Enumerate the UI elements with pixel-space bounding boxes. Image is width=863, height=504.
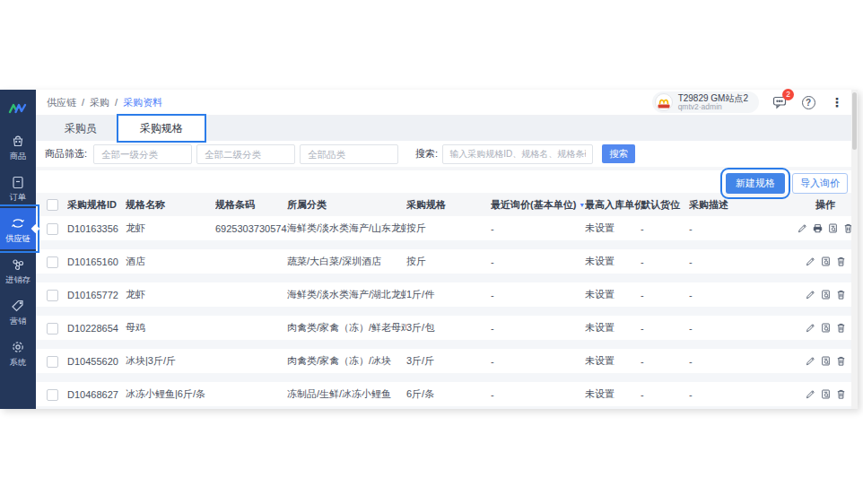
delete-icon[interactable]	[835, 289, 847, 300]
col-recent-quote-label: 最近询价(基本单位)	[491, 198, 576, 212]
cell-recent-quote: -	[491, 290, 585, 300]
help-button[interactable]: ?	[800, 94, 816, 110]
edit-icon[interactable]	[797, 222, 808, 234]
avatar	[655, 93, 673, 111]
edit-icon[interactable]	[805, 256, 816, 267]
inventory-icon	[10, 256, 26, 273]
more-button[interactable]: ⋮	[829, 94, 845, 110]
col-spec-name: 规格名称	[126, 198, 215, 212]
delete-icon[interactable]	[835, 388, 847, 400]
kebab-icon: ⋮	[831, 95, 843, 109]
app-window: 商品 订单 供应链 进销存	[0, 90, 858, 409]
col-max-price: 最高入库单价	[585, 198, 641, 212]
user-menu[interactable]: T29829 GM站点2 qmtv2·admin	[652, 91, 759, 113]
tab-purchase-spec[interactable]: 采购规格	[118, 116, 205, 141]
breadcrumb-item[interactable]: 供应链	[47, 96, 76, 109]
cell-spec: 按斤	[406, 255, 491, 268]
row-checkbox[interactable]	[47, 223, 58, 235]
print-icon[interactable]	[812, 222, 824, 234]
tab-purchaser[interactable]: 采购员	[43, 116, 118, 141]
cell-purchase-desc: -	[689, 256, 798, 267]
row-checkbox[interactable]	[47, 356, 58, 368]
supply-chain-icon	[10, 215, 26, 231]
cell-recent-quote: -	[491, 323, 585, 334]
col-recent-quote[interactable]: 最近询价(基本单位) ▼	[491, 198, 585, 212]
cell-category: 冻制品/生鲜/冰冻小鲤鱼	[287, 387, 406, 401]
inquiry-icon[interactable]	[827, 222, 839, 234]
cell-recent-quote: -	[491, 256, 585, 267]
cell-spec-name: 龙虾	[126, 288, 215, 301]
cell-default-slot: -	[641, 223, 689, 234]
sort-desc-icon[interactable]: ▼	[579, 202, 585, 208]
table-body: D10163356 龙虾 6925303730574 海鲜类/淡水类海产/山东龙…	[36, 216, 858, 409]
edit-icon[interactable]	[805, 355, 816, 367]
category2-select[interactable]: 全部二级分类	[196, 144, 295, 164]
edit-icon[interactable]	[805, 322, 816, 334]
breadcrumb-separator: /	[115, 97, 118, 108]
cell-spec: 6斤/条	[406, 387, 491, 401]
filter-bar: 商品筛选: 全部一级分类 全部二级分类 全部品类 搜索: 搜索	[36, 141, 858, 167]
sidebar-item-inventory[interactable]: 进销存	[0, 249, 36, 291]
cell-max-price: 未设置	[585, 288, 641, 301]
messages-button[interactable]: 2	[771, 94, 788, 110]
breadcrumb-item[interactable]: 采购	[90, 96, 109, 109]
app-logo[interactable]	[0, 90, 36, 126]
inquiry-icon[interactable]	[820, 256, 832, 267]
category1-select[interactable]: 全部一级分类	[93, 144, 192, 164]
inquiry-icon[interactable]	[820, 322, 832, 334]
cell-category: 海鲜类/淡水类海产/山东龙虾	[287, 222, 406, 235]
sidebar: 商品 订单 供应链 进销存	[0, 90, 36, 409]
main-area: 供应链 / 采购 / 采购资料	[36, 90, 858, 409]
search-input[interactable]	[442, 144, 593, 164]
inquiry-icon[interactable]	[820, 355, 832, 367]
sidebar-item-marketing[interactable]: 营销	[0, 291, 36, 332]
top-right-cluster: T29829 GM站点2 qmtv2·admin 2 ?	[652, 91, 845, 113]
delete-icon[interactable]	[835, 256, 847, 267]
cell-actions	[798, 322, 852, 334]
sidebar-item-label: 系统	[10, 357, 26, 366]
col-actions: 操作	[798, 198, 852, 212]
vertical-scrollbar[interactable]	[851, 90, 858, 409]
col-purchase-desc: 采购描述	[689, 198, 798, 212]
delete-icon[interactable]	[835, 322, 847, 334]
table-row: D10163356 龙虾 6925303730574 海鲜类/淡水类海产/山东龙…	[36, 216, 858, 249]
edit-icon[interactable]	[805, 388, 816, 400]
cell-actions	[798, 289, 852, 300]
new-spec-button[interactable]: 新建规格	[726, 173, 785, 194]
cell-max-price: 未设置	[585, 222, 641, 235]
inquiry-icon[interactable]	[820, 388, 832, 400]
col-spec: 采购规格	[406, 198, 491, 212]
edit-icon[interactable]	[805, 289, 816, 300]
col-default-slot: 默认货位	[641, 198, 689, 212]
brand-logo-icon	[7, 101, 29, 115]
goods-icon	[10, 133, 26, 149]
scrollbar-thumb[interactable]	[852, 92, 857, 150]
row-checkbox[interactable]	[47, 290, 58, 301]
row-checkbox[interactable]	[47, 323, 58, 335]
cell-purchase-desc: -	[689, 356, 798, 367]
search-button[interactable]: 搜索	[602, 144, 635, 163]
table-row: D10455620 冰块|3斤/斤 肉禽类/家禽（冻）/冰块 3斤/斤 - 未设…	[36, 349, 858, 382]
select-all-checkbox[interactable]	[47, 199, 58, 211]
cell-spec-id: D10228654	[67, 323, 126, 334]
sidebar-item-orders[interactable]: 订单	[0, 167, 36, 208]
row-checkbox[interactable]	[47, 256, 58, 268]
import-inquiry-button[interactable]: 导入询价	[792, 173, 848, 194]
sidebar-item-system[interactable]: 系统	[0, 332, 36, 373]
category3-select[interactable]: 全部品类	[300, 144, 398, 164]
inquiry-icon[interactable]	[820, 289, 832, 300]
cell-recent-quote: -	[491, 223, 585, 234]
user-role: qmtv2·admin	[678, 103, 748, 111]
sidebar-item-label: 营销	[10, 316, 26, 325]
sidebar-item-supply-chain[interactable]: 供应链	[0, 208, 36, 249]
sidebar-item-goods[interactable]: 商品	[0, 126, 36, 167]
cell-recent-quote: -	[491, 389, 585, 400]
cell-recent-quote: -	[491, 356, 585, 367]
row-checkbox[interactable]	[47, 389, 58, 401]
toolbar: 新建规格 导入询价	[36, 167, 858, 193]
cell-category: 肉禽类/家禽（冻）/鲜老母鸡	[287, 321, 406, 335]
cell-purchase-desc: -	[689, 389, 798, 400]
delete-icon[interactable]	[835, 355, 847, 367]
avatar-logo-icon	[656, 94, 672, 110]
search-label: 搜索:	[415, 147, 438, 161]
